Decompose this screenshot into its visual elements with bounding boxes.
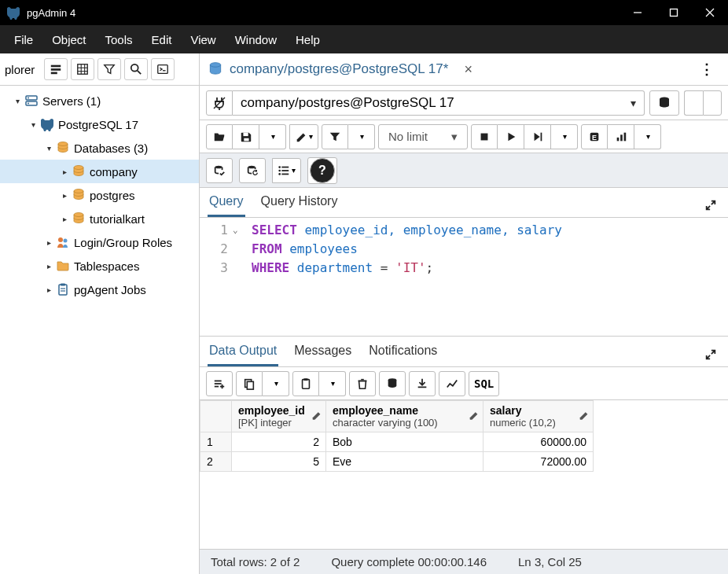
cancel-query-button[interactable]	[471, 124, 498, 149]
tree-node-db-company[interactable]: ▸ company	[0, 160, 199, 183]
chevron-right-icon[interactable]: ▸	[42, 238, 55, 247]
sql-editor[interactable]: 1 2 3 ⌄ SELECT employee_id, employee_nam…	[200, 218, 728, 336]
add-row-button[interactable]	[206, 371, 233, 396]
chevron-right-icon[interactable]: ▸	[58, 215, 71, 223]
grid-corner[interactable]	[200, 401, 232, 432]
tab-notifications[interactable]: Notifications	[367, 337, 439, 366]
rollback-button[interactable]	[239, 158, 266, 183]
edit-button[interactable]: ▾	[289, 124, 318, 149]
sql-view-button[interactable]: SQL	[469, 371, 499, 396]
tree-node-databases[interactable]: ▾ Databases (3)	[0, 136, 199, 160]
macros-button[interactable]: ▾	[272, 158, 301, 183]
explorer-search-button[interactable]	[124, 58, 148, 80]
menu-tools[interactable]: Tools	[97, 28, 141, 51]
menu-window[interactable]: Window	[227, 28, 285, 51]
tree-node-pgagent[interactable]: ▸ pgAgent Jobs	[0, 278, 199, 301]
column-header-employee-id[interactable]: employee_id [PK] integer	[232, 401, 326, 432]
save-data-button[interactable]	[379, 371, 406, 396]
cell-employee-id[interactable]: 2	[232, 432, 326, 452]
tab-query-history[interactable]: Query History	[259, 188, 340, 217]
chevron-right-icon[interactable]: ▸	[42, 285, 55, 294]
open-file-button[interactable]	[206, 124, 233, 149]
chevron-right-icon[interactable]: ▸	[42, 262, 55, 270]
menu-edit[interactable]: Edit	[144, 28, 180, 51]
chevron-down-icon[interactable]: ▾	[27, 120, 39, 129]
pencil-icon[interactable]	[469, 410, 480, 423]
window-maximize-button[interactable]	[656, 0, 692, 25]
editor-fold-gutter[interactable]: ⌄	[233, 218, 248, 336]
output-expand-button[interactable]	[701, 345, 720, 366]
cell-employee-name[interactable]: Eve	[326, 452, 483, 472]
tab-query[interactable]: Query	[208, 188, 245, 217]
tablespace-icon	[55, 259, 71, 273]
cell-employee-name[interactable]: Bob	[326, 432, 483, 452]
menu-view[interactable]: View	[182, 28, 223, 51]
tab-messages[interactable]: Messages	[292, 337, 353, 366]
explorer-filter-button[interactable]	[97, 58, 121, 80]
tree-node-pg17[interactable]: ▾ PostgreSQL 17	[0, 112, 199, 136]
explorer-view-data-button[interactable]	[71, 58, 94, 80]
tree-node-tablespaces[interactable]: ▸ Tablespaces	[0, 254, 199, 278]
copy-dropdown[interactable]: ▾	[263, 371, 289, 396]
explain-analyze-button[interactable]	[608, 124, 634, 149]
tab-close-button[interactable]: ×	[459, 60, 477, 79]
row-limit-selector[interactable]: No limit ▾	[378, 124, 468, 149]
column-header-salary[interactable]: salary numeric (10,2)	[483, 401, 594, 432]
server-group-icon	[24, 94, 39, 108]
connection-selector[interactable]: company/postgres@PostgreSQL 17 ▾	[233, 90, 645, 116]
save-dropdown[interactable]: ▾	[259, 124, 286, 149]
download-button[interactable]	[409, 371, 436, 396]
column-header-employee-name[interactable]: employee_name character varying (100)	[326, 401, 483, 432]
data-row[interactable]: 1 2 Bob 60000.00	[200, 432, 594, 452]
filter-dropdown[interactable]: ▾	[348, 124, 375, 149]
chevron-down-icon[interactable]: ▾	[42, 144, 55, 153]
editor-expand-button[interactable]	[701, 196, 720, 217]
conn-role-button[interactable]	[684, 90, 703, 116]
data-output-grid[interactable]: employee_id [PK] integer employee_name c…	[200, 400, 728, 549]
chart-button[interactable]	[439, 371, 465, 396]
pencil-icon[interactable]	[311, 410, 322, 423]
tree-node-db-postgres[interactable]: ▸ postgres	[0, 183, 199, 207]
data-row[interactable]: 2 5 Eve 72000.00	[200, 452, 594, 472]
execute-dropdown[interactable]: ▾	[551, 124, 578, 149]
help-button[interactable]: ?	[307, 157, 337, 184]
menu-object[interactable]: Object	[44, 28, 94, 51]
conn-role-dropdown[interactable]	[703, 90, 722, 116]
chevron-right-icon[interactable]: ▸	[58, 167, 71, 176]
cell-salary[interactable]: 60000.00	[483, 432, 594, 452]
query-tab-title[interactable]: company/postgres@PostgreSQL 17*	[230, 61, 448, 77]
explorer-query-tool-button[interactable]	[44, 58, 68, 80]
cell-employee-id[interactable]: 5	[232, 452, 326, 472]
connection-status-button[interactable]	[206, 90, 233, 116]
cell-salary[interactable]: 72000.00	[483, 452, 594, 472]
object-tree[interactable]: ▾ Servers (1) ▾ PostgreSQL 17 ▾ Database…	[0, 86, 199, 574]
execute-script-button[interactable]	[524, 124, 551, 149]
execute-query-button[interactable]	[498, 124, 524, 149]
tree-node-db-tutorialkart[interactable]: ▸ tutorialkart	[0, 207, 199, 230]
paste-dropdown[interactable]: ▾	[319, 371, 346, 396]
row-number[interactable]: 1	[200, 432, 232, 452]
tree-node-servers[interactable]: ▾ Servers (1)	[0, 89, 199, 112]
paste-button[interactable]	[292, 371, 319, 396]
copy-button[interactable]	[236, 371, 263, 396]
commit-button[interactable]	[206, 158, 233, 183]
explain-button[interactable]	[581, 124, 608, 149]
explain-dropdown[interactable]: ▾	[634, 124, 661, 149]
menu-help[interactable]: Help	[288, 28, 328, 51]
sql-code[interactable]: SELECT employee_id, employee_name, salar…	[248, 218, 728, 336]
pencil-icon[interactable]	[579, 410, 590, 423]
filter-button[interactable]	[322, 124, 348, 149]
menu-file[interactable]: File	[6, 28, 41, 51]
tab-data-output[interactable]: Data Output	[208, 337, 278, 366]
tab-overflow-menu[interactable]: ⋮	[693, 57, 720, 81]
explorer-psql-button[interactable]	[151, 58, 175, 80]
tree-node-login-roles[interactable]: ▸ Login/Group Roles	[0, 230, 199, 254]
delete-row-button[interactable]	[349, 371, 376, 396]
save-file-button[interactable]	[233, 124, 259, 149]
row-number[interactable]: 2	[200, 452, 232, 472]
window-close-button[interactable]	[692, 0, 728, 25]
new-connection-button[interactable]	[649, 90, 679, 116]
chevron-right-icon[interactable]: ▸	[58, 191, 71, 200]
window-minimize-button[interactable]	[620, 0, 656, 25]
chevron-down-icon[interactable]: ▾	[11, 97, 24, 105]
